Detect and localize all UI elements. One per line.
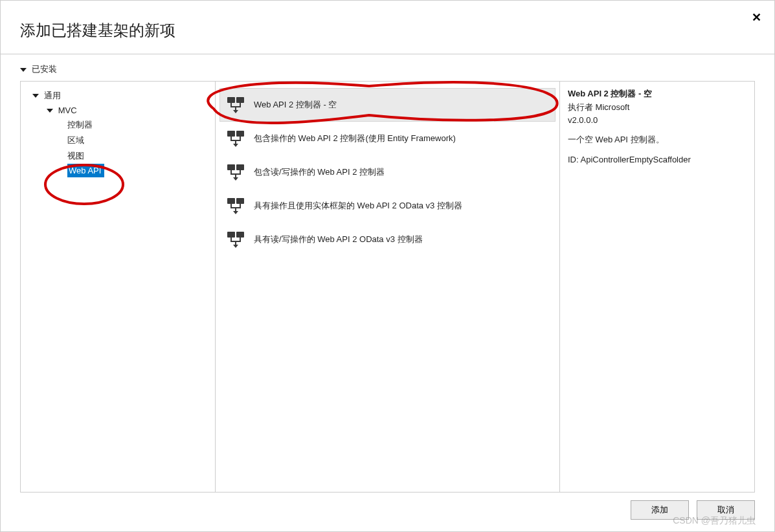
tree-label: 区域 [67, 135, 84, 145]
dialog-title: 添加已搭建基架的新项 [20, 20, 755, 41]
detail-version: v2.0.0.0 [568, 115, 747, 125]
detail-title: Web API 2 控制器 - 空 [568, 88, 747, 100]
svg-rect-3 [227, 131, 235, 137]
add-button[interactable]: 添加 [631, 500, 689, 520]
svg-rect-1 [236, 97, 244, 103]
tree-label: 控制器 [67, 120, 93, 129]
category-tree: 通用 MVC 控制器 区域 视图 [21, 88, 215, 177]
list-item-label: Web API 2 控制器 - 空 [254, 99, 337, 111]
dialog-header: 添加已搭建基架的新项 ✕ [1, 1, 774, 54]
tree-item-area[interactable]: 区域 [21, 133, 215, 148]
list-item[interactable]: Web API 2 控制器 - 空 [219, 88, 556, 122]
list-item-label: 包含读/写操作的 Web API 2 控制器 [254, 166, 385, 178]
panels: 通用 MVC 控制器 区域 视图 [20, 81, 755, 493]
svg-rect-4 [236, 131, 244, 137]
category-tree-panel: 通用 MVC 控制器 区域 视图 [21, 82, 215, 492]
list-item[interactable]: 包含读/写操作的 Web API 2 控制器 [219, 155, 556, 189]
tree-label: Web API [69, 166, 101, 175]
cancel-button[interactable]: 取消 [697, 500, 755, 520]
controller-icon [227, 96, 245, 113]
list-item-label: 具有读/写操作的 Web API 2 OData v3 控制器 [254, 234, 423, 245]
list-item-label: 包含操作的 Web API 2 控制器(使用 Entity Framework) [254, 133, 456, 144]
chevron-down-icon [32, 94, 39, 98]
svg-rect-0 [227, 97, 235, 103]
chevron-down-icon [20, 68, 27, 72]
details-panel: Web API 2 控制器 - 空 执行者 Microsoft v2.0.0.0… [560, 82, 754, 492]
tree-item-controller[interactable]: 控制器 [21, 117, 215, 133]
svg-rect-12 [227, 232, 235, 238]
scaffold-list-panel: Web API 2 控制器 - 空 包含操作的 Web API 2 控制器(使用… [215, 82, 560, 492]
tree-item-general[interactable]: 通用 [21, 88, 215, 104]
detail-id: ID: ApiControllerEmptyScaffolder [568, 155, 747, 164]
detail-description: 一个空 Web API 控制器。 [568, 134, 747, 146]
close-button[interactable]: ✕ [752, 10, 761, 25]
controller-icon [227, 130, 245, 147]
tree-item-mvc[interactable]: MVC [21, 104, 215, 117]
svg-rect-6 [227, 164, 235, 170]
tree-item-webapi[interactable]: Web API [67, 164, 104, 177]
tree-label: 视图 [67, 151, 84, 161]
svg-rect-10 [236, 198, 244, 204]
svg-marker-5 [233, 144, 238, 147]
chevron-down-icon [47, 109, 53, 113]
svg-marker-14 [233, 245, 238, 248]
installed-tree-root[interactable]: 已安装 [20, 61, 755, 78]
svg-rect-7 [236, 164, 244, 170]
tree-item-view[interactable]: 视图 [21, 148, 215, 164]
tree-label: 通用 [44, 91, 61, 100]
list-item-label: 具有操作且使用实体框架的 Web API 2 OData v3 控制器 [254, 200, 462, 212]
controller-icon [227, 197, 245, 214]
controller-icon [227, 164, 245, 181]
list-item[interactable]: 具有读/写操作的 Web API 2 OData v3 控制器 [219, 223, 556, 256]
dialog-body: 已安装 通用 MVC 控制器 区域 [1, 54, 774, 493]
list-item[interactable]: 包含操作的 Web API 2 控制器(使用 Entity Framework) [219, 122, 556, 155]
controller-icon [227, 231, 245, 248]
dialog-footer: 添加 取消 [1, 493, 774, 531]
svg-rect-13 [236, 232, 244, 238]
dialog: 添加已搭建基架的新项 ✕ 已安装 通用 MVC [0, 0, 775, 532]
detail-author: 执行者 Microsoft [568, 102, 747, 113]
svg-marker-11 [233, 211, 238, 214]
list-item[interactable]: 具有操作且使用实体框架的 Web API 2 OData v3 控制器 [219, 189, 556, 223]
svg-marker-8 [233, 177, 238, 181]
tree-label: MVC [58, 105, 77, 115]
installed-label: 已安装 [32, 64, 57, 74]
svg-rect-9 [227, 198, 235, 204]
svg-marker-2 [233, 110, 238, 113]
